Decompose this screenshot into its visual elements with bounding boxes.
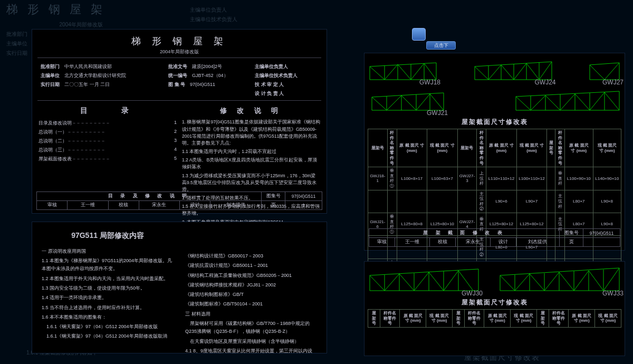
truss-gwj21: GWJ21 bbox=[371, 89, 445, 116]
truss-diagrams-2: GWJ30 GWJ33 bbox=[365, 262, 625, 296]
svg-line-11 bbox=[475, 66, 488, 80]
truss-gwj33: GWJ33 bbox=[499, 267, 620, 296]
svg-line-40 bbox=[575, 94, 590, 110]
table-row: 主弦杆②L90×6L90×7主弦杆L80×7L90×8 bbox=[368, 190, 621, 213]
description-title: 修 改 说 明 bbox=[182, 106, 320, 116]
svg-line-41 bbox=[590, 92, 605, 110]
truss-section-table: 屋架号杆件名称零件号原 截 面尺 寸 (mm)现 截 面尺 寸 (mm) 屋架号… bbox=[368, 129, 621, 282]
svg-line-15 bbox=[526, 63, 539, 80]
svg-line-2 bbox=[385, 64, 398, 80]
svg-line-29 bbox=[416, 94, 430, 110]
truss-gwj27: GWJ27 bbox=[589, 59, 620, 85]
svg-line-23 bbox=[590, 65, 605, 80]
title-block: 目 录 及 修 改 说 明图集号97(04)G511 审核王一维 校核宋永生 设… bbox=[36, 191, 322, 210]
download-button[interactable]: 点击下 bbox=[426, 41, 456, 50]
svg-line-5 bbox=[424, 63, 436, 80]
svg-line-26 bbox=[372, 97, 387, 110]
svg-line-4 bbox=[411, 63, 424, 80]
svg-line-64 bbox=[500, 275, 515, 291]
svg-line-71 bbox=[603, 268, 619, 291]
ghost-title: 梯 形 钢 屋 架 bbox=[6, 0, 156, 20]
svg-line-3 bbox=[398, 64, 411, 80]
svg-line-39 bbox=[560, 94, 575, 110]
sheet-subtitle: 2004年局部修改版 bbox=[32, 49, 327, 55]
truss-gwj24: GWJ24 bbox=[474, 59, 553, 85]
svg-line-42 bbox=[605, 92, 619, 110]
svg-line-69 bbox=[574, 271, 589, 291]
catalog-title: 目 录 bbox=[39, 106, 177, 116]
svg-line-16 bbox=[539, 62, 552, 80]
sheet-meta: 批准部门 中华人民共和国建设部 主编单位 北方交通大学勘察设计研究院 实行日期 … bbox=[32, 60, 327, 98]
svg-line-13 bbox=[501, 65, 514, 80]
svg-line-30 bbox=[430, 94, 444, 110]
svg-line-66 bbox=[530, 274, 544, 291]
sheet-title: 梯 形 钢 屋 架 bbox=[32, 30, 327, 47]
sheet-catalog-description: 梯 形 钢 屋 架 2004年局部修改版 批准部门 中华人民共和国建设部 主编单… bbox=[32, 29, 327, 214]
svg-line-28 bbox=[401, 95, 416, 110]
svg-line-51 bbox=[385, 274, 399, 291]
truss-gwj30: GWJ30 bbox=[369, 267, 479, 296]
svg-line-53 bbox=[414, 272, 429, 291]
svg-line-36 bbox=[516, 97, 531, 110]
svg-line-56 bbox=[458, 271, 473, 291]
svg-line-12 bbox=[488, 65, 501, 80]
svg-line-37 bbox=[531, 95, 545, 110]
svg-line-1 bbox=[370, 66, 385, 80]
sheet-modification-content: 97G511 局部修改内容 一 原说明改座用两国 1.1 本图集为《梯形钢屋架》… bbox=[32, 222, 327, 353]
background-ghost-right: 主编单位负责人 主编单位技术负责人 bbox=[190, 5, 237, 24]
sheet-truss-table-2: GWJ30 GWJ33 屋架截面尺寸修改表 屋架号杆件名称零件号原 截 面尺 寸… bbox=[364, 261, 625, 356]
svg-line-38 bbox=[545, 95, 560, 110]
svg-line-67 bbox=[544, 272, 559, 291]
truss-table-title: 屋架截面尺寸修改表 bbox=[365, 118, 625, 127]
truss-section-table-2: 屋架号杆件名称零件号原 截 面尺 寸 (mm)现 截 面尺 寸 (mm) 屋架号… bbox=[368, 309, 621, 328]
svg-line-27 bbox=[387, 95, 401, 110]
truss-table-title-2: 屋架截面尺寸修改表 bbox=[365, 298, 625, 307]
sheet-truss-table: GWJ18 GWJ24 GWJ27 GWJ21 bbox=[364, 53, 625, 251]
svg-line-54 bbox=[429, 272, 444, 291]
ghost-sub: 2004年局部修改版 bbox=[6, 20, 156, 30]
truss-diagrams: GWJ18 GWJ24 GWJ27 GWJ21 bbox=[365, 53, 625, 116]
modification-title: 97G511 局部修改内容 bbox=[42, 229, 174, 242]
svg-line-70 bbox=[589, 271, 603, 291]
truss-extra bbox=[515, 89, 620, 116]
table-row: GWJ18-1垂直杆①L100×8×17L100×63×7GWJ27-3上弦杆L… bbox=[368, 167, 621, 190]
svg-line-68 bbox=[559, 272, 574, 291]
svg-line-65 bbox=[515, 274, 530, 291]
svg-line-52 bbox=[399, 274, 414, 291]
svg-line-14 bbox=[514, 63, 526, 80]
svg-line-50 bbox=[370, 275, 385, 291]
title-block: 屋 架 截 面 修 改 表图集号97(04)G511 审核王一维 校核宋永生 设… bbox=[369, 228, 620, 247]
truss-gwj18: GWJ18 bbox=[369, 59, 437, 85]
svg-line-24 bbox=[605, 63, 619, 80]
svg-line-55 bbox=[444, 271, 458, 291]
